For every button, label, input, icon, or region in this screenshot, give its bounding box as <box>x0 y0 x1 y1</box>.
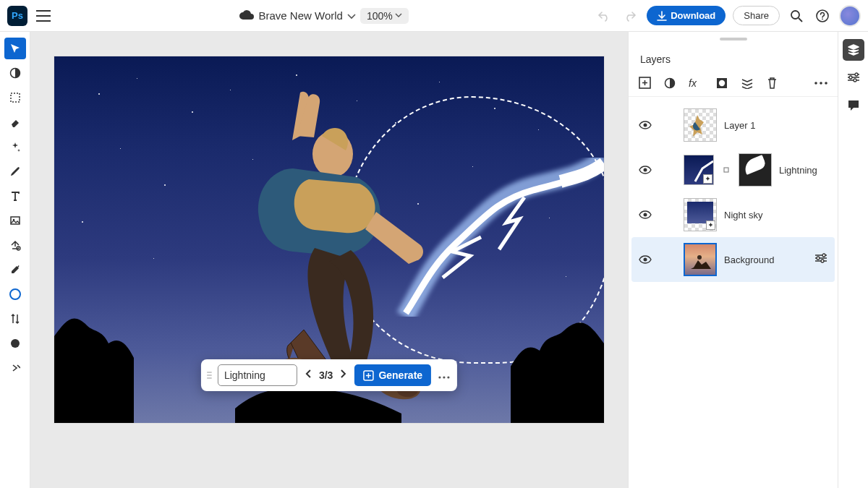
layer-name[interactable]: Background <box>724 254 807 265</box>
redo-button[interactable] <box>621 7 639 25</box>
fx-button[interactable]: fx <box>689 78 703 88</box>
svg-point-14 <box>438 376 441 378</box>
layer-name[interactable]: Layer 1 <box>724 120 827 131</box>
group-button[interactable] <box>741 77 754 89</box>
visibility-toggle[interactable] <box>639 210 652 219</box>
arrows-tool[interactable] <box>4 308 26 330</box>
brush-tool[interactable] <box>4 160 26 182</box>
image-tool[interactable] <box>4 210 26 231</box>
document-title[interactable]: Brave New World <box>258 9 342 22</box>
text-tool[interactable] <box>4 185 26 207</box>
mask-button[interactable] <box>716 77 728 89</box>
more-options[interactable] <box>437 367 451 383</box>
layer-thumbnail[interactable] <box>684 155 714 185</box>
svg-point-1 <box>817 10 828 22</box>
visibility-toggle[interactable] <box>639 255 652 264</box>
fill-tool[interactable] <box>4 333 26 354</box>
layer-row[interactable]: Background <box>631 237 835 282</box>
download-icon <box>657 11 667 21</box>
avatar[interactable] <box>839 5 861 27</box>
adjustment-layer-button[interactable] <box>664 77 676 89</box>
sparkle-tool[interactable] <box>4 136 26 158</box>
layer-thumbnail[interactable] <box>684 243 717 276</box>
zoom-selector[interactable]: 100% <box>360 8 409 24</box>
prompt-input[interactable] <box>218 364 297 386</box>
svg-point-22 <box>814 82 817 85</box>
left-toolbar <box>0 32 30 488</box>
topbar-right: Download Share <box>595 5 861 27</box>
app-logo: Ps <box>7 6 27 26</box>
svg-point-30 <box>697 255 702 260</box>
move-tool[interactable] <box>4 38 26 59</box>
clone-tool[interactable] <box>4 234 26 256</box>
comments-toggle[interactable] <box>843 94 864 116</box>
zoom-value: 100% <box>367 10 393 22</box>
svg-point-16 <box>447 376 449 378</box>
properties-toggle[interactable] <box>843 67 864 88</box>
canvas-area[interactable]: 3/3 Generate <box>30 32 628 488</box>
panel-title: Layers <box>629 40 838 72</box>
visibility-toggle[interactable] <box>639 121 652 129</box>
svg-point-24 <box>825 82 827 85</box>
ai-badge-icon <box>706 221 715 230</box>
share-button[interactable]: Share <box>733 6 780 25</box>
topbar-center: Brave New World 100% <box>59 8 589 24</box>
generate-bar: 3/3 Generate <box>201 359 457 391</box>
prev-variation[interactable] <box>303 367 313 383</box>
marquee-tool[interactable] <box>4 87 26 108</box>
layers-panel: Layers fx Layer 1 <box>628 32 838 488</box>
generate-button[interactable]: Generate <box>354 364 431 386</box>
undo-button[interactable] <box>595 7 613 25</box>
circle-half-tool[interactable] <box>4 62 26 84</box>
mask-thumbnail[interactable] <box>739 153 772 187</box>
svg-point-9 <box>11 339 20 348</box>
link-icon[interactable] <box>721 165 731 175</box>
download-button[interactable]: Download <box>647 6 726 25</box>
menu-button[interactable] <box>33 7 54 25</box>
svg-text:fx: fx <box>689 78 697 88</box>
layer-settings-icon[interactable] <box>814 253 827 266</box>
search-button[interactable] <box>787 7 806 25</box>
svg-rect-27 <box>724 168 728 172</box>
svg-point-29 <box>644 258 647 262</box>
delete-button[interactable] <box>767 77 778 89</box>
layer-row[interactable]: Night sky <box>631 192 835 237</box>
help-button[interactable] <box>813 7 832 25</box>
drag-handle[interactable] <box>207 365 212 385</box>
svg-point-31 <box>822 254 825 257</box>
canvas[interactable]: 3/3 Generate <box>54 56 604 423</box>
chevron-down-icon[interactable] <box>347 9 356 22</box>
download-label: Download <box>671 10 715 21</box>
panel-menu[interactable] <box>814 82 827 85</box>
eyedropper-tool[interactable] <box>4 259 26 281</box>
svg-point-32 <box>817 257 820 260</box>
eraser-tool[interactable] <box>4 111 26 133</box>
layer-row[interactable]: Layer 1 <box>631 103 835 147</box>
svg-point-15 <box>443 376 445 378</box>
variation-nav: 3/3 <box>303 367 349 383</box>
svg-point-26 <box>644 168 647 172</box>
new-layer-button[interactable] <box>639 77 651 89</box>
shape-tool[interactable] <box>4 283 26 305</box>
svg-rect-4 <box>11 93 20 102</box>
svg-point-33 <box>821 260 824 262</box>
layer-row[interactable]: Lightning <box>631 147 835 192</box>
right-toolbar <box>838 32 868 488</box>
layers-toolbar: fx <box>629 72 838 97</box>
next-variation[interactable] <box>339 367 349 383</box>
ai-badge-icon <box>703 174 712 184</box>
cloud-icon <box>239 9 254 22</box>
svg-point-2 <box>822 18 823 20</box>
svg-point-35 <box>849 76 852 79</box>
svg-point-28 <box>644 213 647 217</box>
layer-name[interactable]: Night sky <box>724 210 827 221</box>
svg-point-36 <box>854 79 856 82</box>
visibility-toggle[interactable] <box>639 166 652 174</box>
variation-count: 3/3 <box>319 369 333 381</box>
layer-thumbnail[interactable] <box>684 198 717 231</box>
layer-name[interactable]: Lightning <box>779 165 827 176</box>
more-tools[interactable] <box>4 357 26 379</box>
svg-point-21 <box>719 80 725 85</box>
layer-thumbnail[interactable] <box>684 108 717 142</box>
layers-toggle[interactable] <box>843 39 864 61</box>
